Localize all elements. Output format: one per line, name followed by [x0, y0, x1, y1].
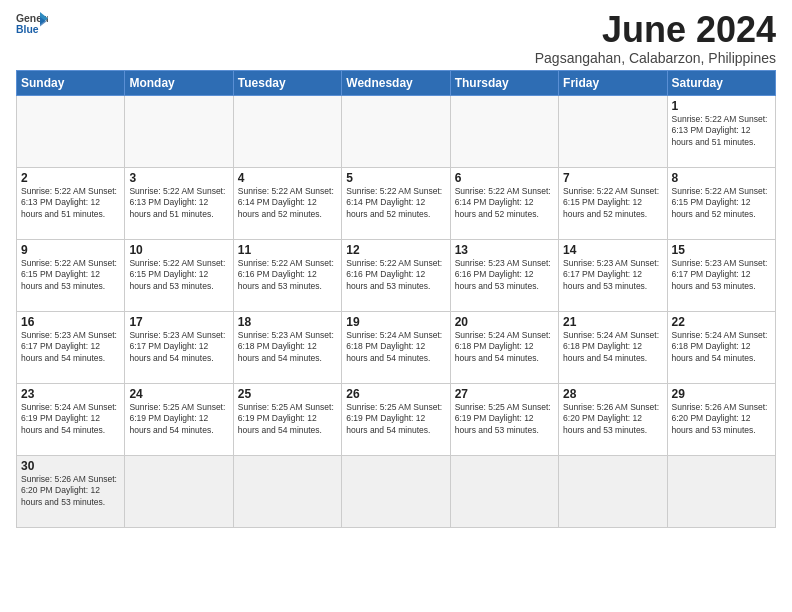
day-info: Sunrise: 5:23 AM Sunset: 6:17 PM Dayligh… [563, 258, 662, 292]
col-sunday: Sunday [17, 70, 125, 95]
day-number: 14 [563, 243, 662, 257]
day-info: Sunrise: 5:23 AM Sunset: 6:17 PM Dayligh… [672, 258, 771, 292]
table-row: 9Sunrise: 5:22 AM Sunset: 6:15 PM Daylig… [17, 239, 125, 311]
day-number: 6 [455, 171, 554, 185]
week-row-2: 9Sunrise: 5:22 AM Sunset: 6:15 PM Daylig… [17, 239, 776, 311]
day-number: 9 [21, 243, 120, 257]
day-number: 13 [455, 243, 554, 257]
day-number: 30 [21, 459, 120, 473]
day-number: 16 [21, 315, 120, 329]
table-row: 3Sunrise: 5:22 AM Sunset: 6:13 PM Daylig… [125, 167, 233, 239]
table-row: 1Sunrise: 5:22 AM Sunset: 6:13 PM Daylig… [667, 95, 775, 167]
table-row: 22Sunrise: 5:24 AM Sunset: 6:18 PM Dayli… [667, 311, 775, 383]
table-row: 26Sunrise: 5:25 AM Sunset: 6:19 PM Dayli… [342, 383, 450, 455]
day-number: 12 [346, 243, 445, 257]
table-row: 10Sunrise: 5:22 AM Sunset: 6:15 PM Dayli… [125, 239, 233, 311]
day-info: Sunrise: 5:26 AM Sunset: 6:20 PM Dayligh… [563, 402, 662, 436]
day-info: Sunrise: 5:24 AM Sunset: 6:18 PM Dayligh… [672, 330, 771, 364]
month-title: June 2024 [535, 10, 776, 50]
table-row [17, 95, 125, 167]
table-row: 8Sunrise: 5:22 AM Sunset: 6:15 PM Daylig… [667, 167, 775, 239]
day-info: Sunrise: 5:23 AM Sunset: 6:16 PM Dayligh… [455, 258, 554, 292]
table-row [450, 455, 558, 527]
day-info: Sunrise: 5:26 AM Sunset: 6:20 PM Dayligh… [21, 474, 120, 508]
day-number: 20 [455, 315, 554, 329]
day-number: 5 [346, 171, 445, 185]
day-number: 29 [672, 387, 771, 401]
day-info: Sunrise: 5:24 AM Sunset: 6:19 PM Dayligh… [21, 402, 120, 436]
day-info: Sunrise: 5:22 AM Sunset: 6:15 PM Dayligh… [21, 258, 120, 292]
day-info: Sunrise: 5:24 AM Sunset: 6:18 PM Dayligh… [563, 330, 662, 364]
table-row: 6Sunrise: 5:22 AM Sunset: 6:14 PM Daylig… [450, 167, 558, 239]
table-row: 27Sunrise: 5:25 AM Sunset: 6:19 PM Dayli… [450, 383, 558, 455]
day-number: 2 [21, 171, 120, 185]
week-row-5: 30Sunrise: 5:26 AM Sunset: 6:20 PM Dayli… [17, 455, 776, 527]
table-row [450, 95, 558, 167]
table-row: 18Sunrise: 5:23 AM Sunset: 6:18 PM Dayli… [233, 311, 341, 383]
day-info: Sunrise: 5:25 AM Sunset: 6:19 PM Dayligh… [455, 402, 554, 436]
day-info: Sunrise: 5:26 AM Sunset: 6:20 PM Dayligh… [672, 402, 771, 436]
day-number: 28 [563, 387, 662, 401]
day-number: 25 [238, 387, 337, 401]
logo: General Blue [16, 10, 50, 38]
day-number: 10 [129, 243, 228, 257]
calendar-table: Sunday Monday Tuesday Wednesday Thursday… [16, 70, 776, 528]
table-row: 4Sunrise: 5:22 AM Sunset: 6:14 PM Daylig… [233, 167, 341, 239]
week-row-1: 2Sunrise: 5:22 AM Sunset: 6:13 PM Daylig… [17, 167, 776, 239]
col-friday: Friday [559, 70, 667, 95]
table-row [233, 95, 341, 167]
table-row: 30Sunrise: 5:26 AM Sunset: 6:20 PM Dayli… [17, 455, 125, 527]
table-row: 25Sunrise: 5:25 AM Sunset: 6:19 PM Dayli… [233, 383, 341, 455]
table-row: 5Sunrise: 5:22 AM Sunset: 6:14 PM Daylig… [342, 167, 450, 239]
page: General Blue June 2024 Pagsangahan, Cala… [0, 0, 792, 538]
table-row: 20Sunrise: 5:24 AM Sunset: 6:18 PM Dayli… [450, 311, 558, 383]
table-row: 14Sunrise: 5:23 AM Sunset: 6:17 PM Dayli… [559, 239, 667, 311]
table-row: 21Sunrise: 5:24 AM Sunset: 6:18 PM Dayli… [559, 311, 667, 383]
day-info: Sunrise: 5:22 AM Sunset: 6:14 PM Dayligh… [238, 186, 337, 220]
day-info: Sunrise: 5:25 AM Sunset: 6:19 PM Dayligh… [238, 402, 337, 436]
title-area: June 2024 Pagsangahan, Calabarzon, Phili… [535, 10, 776, 66]
header: General Blue June 2024 Pagsangahan, Cala… [16, 10, 776, 66]
table-row: 19Sunrise: 5:24 AM Sunset: 6:18 PM Dayli… [342, 311, 450, 383]
day-info: Sunrise: 5:22 AM Sunset: 6:14 PM Dayligh… [346, 186, 445, 220]
day-number: 15 [672, 243, 771, 257]
table-row [559, 455, 667, 527]
day-info: Sunrise: 5:22 AM Sunset: 6:15 PM Dayligh… [129, 258, 228, 292]
day-info: Sunrise: 5:22 AM Sunset: 6:13 PM Dayligh… [129, 186, 228, 220]
table-row [125, 95, 233, 167]
table-row [559, 95, 667, 167]
day-number: 4 [238, 171, 337, 185]
day-number: 23 [21, 387, 120, 401]
table-row: 28Sunrise: 5:26 AM Sunset: 6:20 PM Dayli… [559, 383, 667, 455]
table-row: 17Sunrise: 5:23 AM Sunset: 6:17 PM Dayli… [125, 311, 233, 383]
day-number: 24 [129, 387, 228, 401]
day-info: Sunrise: 5:25 AM Sunset: 6:19 PM Dayligh… [346, 402, 445, 436]
table-row: 12Sunrise: 5:22 AM Sunset: 6:16 PM Dayli… [342, 239, 450, 311]
table-row: 11Sunrise: 5:22 AM Sunset: 6:16 PM Dayli… [233, 239, 341, 311]
table-row: 2Sunrise: 5:22 AM Sunset: 6:13 PM Daylig… [17, 167, 125, 239]
table-row: 15Sunrise: 5:23 AM Sunset: 6:17 PM Dayli… [667, 239, 775, 311]
day-info: Sunrise: 5:25 AM Sunset: 6:19 PM Dayligh… [129, 402, 228, 436]
table-row: 13Sunrise: 5:23 AM Sunset: 6:16 PM Dayli… [450, 239, 558, 311]
table-row: 7Sunrise: 5:22 AM Sunset: 6:15 PM Daylig… [559, 167, 667, 239]
day-info: Sunrise: 5:22 AM Sunset: 6:16 PM Dayligh… [238, 258, 337, 292]
col-saturday: Saturday [667, 70, 775, 95]
day-info: Sunrise: 5:24 AM Sunset: 6:18 PM Dayligh… [346, 330, 445, 364]
day-number: 18 [238, 315, 337, 329]
subtitle: Pagsangahan, Calabarzon, Philippines [535, 50, 776, 66]
header-row: Sunday Monday Tuesday Wednesday Thursday… [17, 70, 776, 95]
week-row-0: 1Sunrise: 5:22 AM Sunset: 6:13 PM Daylig… [17, 95, 776, 167]
day-info: Sunrise: 5:24 AM Sunset: 6:18 PM Dayligh… [455, 330, 554, 364]
day-info: Sunrise: 5:23 AM Sunset: 6:17 PM Dayligh… [129, 330, 228, 364]
day-info: Sunrise: 5:23 AM Sunset: 6:17 PM Dayligh… [21, 330, 120, 364]
logo-icon: General Blue [16, 10, 48, 38]
day-number: 22 [672, 315, 771, 329]
day-number: 21 [563, 315, 662, 329]
day-number: 27 [455, 387, 554, 401]
day-info: Sunrise: 5:22 AM Sunset: 6:13 PM Dayligh… [672, 114, 771, 148]
day-number: 8 [672, 171, 771, 185]
day-number: 26 [346, 387, 445, 401]
week-row-4: 23Sunrise: 5:24 AM Sunset: 6:19 PM Dayli… [17, 383, 776, 455]
day-info: Sunrise: 5:22 AM Sunset: 6:14 PM Dayligh… [455, 186, 554, 220]
table-row [125, 455, 233, 527]
